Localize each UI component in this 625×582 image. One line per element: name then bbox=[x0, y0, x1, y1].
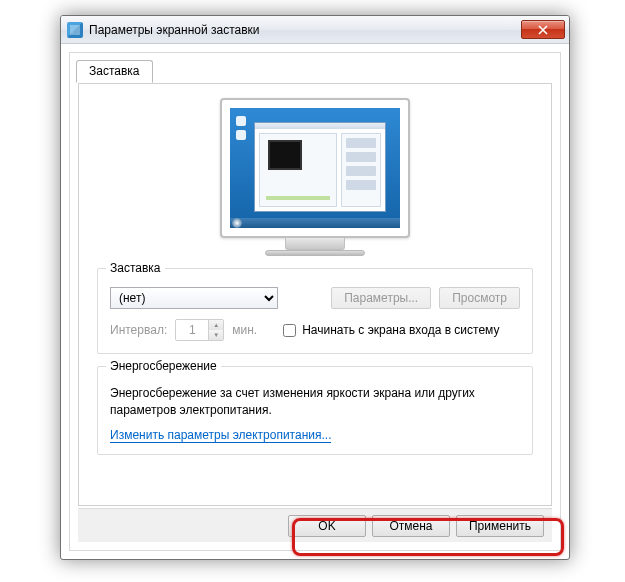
spinner-up-icon[interactable]: ▲ bbox=[209, 320, 223, 330]
titlebar[interactable]: Параметры экранной заставки bbox=[61, 16, 569, 44]
resume-checkbox-text: Начинать с экрана входа в систему bbox=[302, 323, 499, 337]
dialog-button-row: OK Отмена Применить bbox=[78, 508, 552, 542]
tab-screensaver[interactable]: Заставка bbox=[76, 60, 153, 83]
window-title: Параметры экранной заставки bbox=[89, 23, 521, 37]
window-icon bbox=[67, 22, 83, 38]
screensaver-group-title: Заставка bbox=[106, 261, 165, 275]
tab-pane: Заставка (нет) Параметры... Просмотр Инт… bbox=[78, 83, 552, 506]
preview-button[interactable]: Просмотр bbox=[439, 287, 520, 309]
resume-checkbox[interactable] bbox=[283, 324, 296, 337]
client-area: Заставка bbox=[69, 52, 561, 551]
interval-spinner[interactable]: ▲ ▼ bbox=[175, 319, 224, 341]
interval-unit: мин. bbox=[232, 323, 257, 337]
apply-button[interactable]: Применить bbox=[456, 515, 544, 537]
ok-button[interactable]: OK bbox=[288, 515, 366, 537]
cancel-button[interactable]: Отмена bbox=[372, 515, 450, 537]
close-button[interactable] bbox=[521, 20, 565, 39]
settings-button[interactable]: Параметры... bbox=[331, 287, 431, 309]
screensaver-settings-dialog: Параметры экранной заставки Заставка bbox=[60, 15, 570, 560]
screensaver-group: Заставка (нет) Параметры... Просмотр Инт… bbox=[97, 268, 533, 354]
monitor-bezel bbox=[220, 98, 410, 238]
resume-checkbox-label[interactable]: Начинать с экрана входа в систему bbox=[283, 323, 499, 337]
monitor-preview bbox=[97, 98, 533, 256]
power-group-title: Энергосбережение bbox=[106, 359, 221, 373]
monitor-screen bbox=[230, 108, 400, 228]
power-description: Энергосбережение за счет изменения яркос… bbox=[110, 385, 520, 420]
power-settings-link[interactable]: Изменить параметры электропитания... bbox=[110, 428, 331, 443]
close-icon bbox=[538, 25, 548, 35]
spinner-down-icon[interactable]: ▼ bbox=[209, 330, 223, 340]
power-group: Энергосбережение Энергосбережение за сче… bbox=[97, 366, 533, 455]
tab-strip: Заставка bbox=[76, 52, 153, 83]
screensaver-select[interactable]: (нет) bbox=[110, 287, 278, 309]
interval-label: Интервал: bbox=[110, 323, 167, 337]
interval-input[interactable] bbox=[176, 320, 208, 340]
